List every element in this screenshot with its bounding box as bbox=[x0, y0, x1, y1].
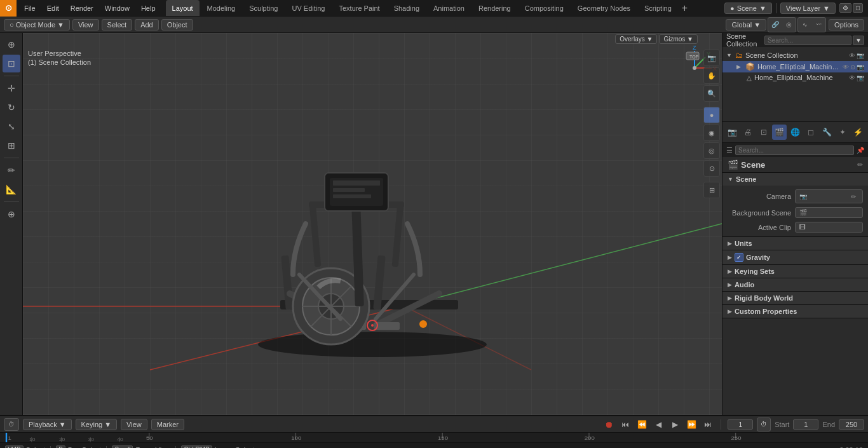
viewport-shading-solid[interactable]: ● bbox=[703, 107, 720, 123]
scene-edit-btn[interactable]: ✏ bbox=[857, 161, 863, 169]
maximize-btn[interactable]: □ bbox=[853, 3, 863, 13]
viewport-overlays-btn[interactable]: Overlays ▼ bbox=[615, 34, 657, 44]
tab-scripting[interactable]: Scripting bbox=[638, 0, 678, 16]
custom-props-toggle[interactable]: ▶ Custom Properties bbox=[722, 305, 868, 318]
props-pin-btn[interactable]: 📌 bbox=[857, 147, 864, 154]
scene-settings-btn[interactable]: ⚙ bbox=[839, 3, 851, 13]
jump-end-btn[interactable]: ⏭ bbox=[702, 418, 714, 431]
gizmo-btn[interactable]: ⊞ bbox=[703, 182, 720, 198]
move-tool[interactable]: ✛ bbox=[3, 79, 20, 97]
menu-edit[interactable]: Edit bbox=[42, 0, 64, 16]
tab-animation[interactable]: Animation bbox=[427, 0, 471, 16]
grab-btn[interactable]: ✋ bbox=[703, 67, 720, 84]
camera-edit-btn[interactable]: ✏ bbox=[848, 191, 858, 201]
rotate-tool[interactable]: ↻ bbox=[3, 98, 20, 116]
jump-start-btn[interactable]: ⏮ bbox=[619, 418, 632, 431]
tab-layout[interactable]: Layout bbox=[166, 0, 200, 16]
background-scene-value[interactable]: 🎬 bbox=[795, 207, 863, 218]
graph-btn[interactable]: 〰 bbox=[812, 18, 825, 31]
record-btn[interactable]: ⏺ bbox=[602, 418, 615, 431]
outliner-filter-btn[interactable]: ▼ bbox=[853, 36, 864, 45]
add-cube-tool[interactable]: ⊕ bbox=[3, 205, 20, 223]
tab-sculpting[interactable]: Sculpting bbox=[243, 0, 284, 16]
object-props-btn[interactable]: ◻ bbox=[804, 125, 818, 140]
viewport-gizmos-btn[interactable]: Gizmos ▼ bbox=[659, 34, 698, 44]
gravity-checkbox[interactable]: ✓ bbox=[735, 253, 743, 262]
select-icon[interactable]: ⊙ bbox=[850, 64, 855, 71]
tab-rendering[interactable]: Rendering bbox=[472, 0, 517, 16]
output-props-btn[interactable]: 🖨 bbox=[741, 125, 756, 140]
visibility-icon-2[interactable]: 👁 bbox=[843, 64, 849, 71]
scene-section-toggle[interactable]: ▼ Scene bbox=[722, 173, 868, 186]
outliner-item-machine-001[interactable]: ▶ 📦 Home_Elliptical_Machine_001 👁 ⊙ 📷 bbox=[722, 61, 868, 72]
frame-ruler[interactable]: 1 50 100 150 200 250 10 20 30 40 bbox=[0, 432, 868, 442]
select-box-tool[interactable]: ⊡ bbox=[3, 55, 20, 72]
snap-btn[interactable]: 🔗 bbox=[769, 18, 782, 31]
tab-texture-paint[interactable]: Texture Paint bbox=[332, 0, 386, 16]
step-back-btn[interactable]: ⏪ bbox=[635, 418, 648, 431]
play-reverse-btn[interactable]: ◀ bbox=[652, 418, 665, 431]
audio-toggle[interactable]: ▶ Audio bbox=[722, 278, 868, 291]
props-search-input[interactable] bbox=[735, 146, 854, 155]
camera-value[interactable]: 📷 ✏ bbox=[795, 189, 863, 203]
keying-menu[interactable]: Keying ▼ bbox=[76, 419, 118, 430]
outliner-search[interactable] bbox=[764, 36, 851, 45]
zoom-btn[interactable]: 🔍 bbox=[703, 85, 720, 102]
physics-props-btn[interactable]: ⚡ bbox=[851, 125, 865, 140]
viewport-shading-rendered[interactable]: ◎ bbox=[703, 142, 720, 159]
play-btn[interactable]: ▶ bbox=[668, 418, 681, 431]
render-icon-3[interactable]: 📷 bbox=[857, 74, 864, 81]
viewport-overlay-btn[interactable]: ⊙ bbox=[703, 160, 720, 177]
scale-tool[interactable]: ⤡ bbox=[3, 118, 20, 135]
world-props-btn[interactable]: 🌐 bbox=[788, 125, 803, 140]
render-icon[interactable]: 📷 bbox=[857, 52, 864, 59]
timeline-mode-btn[interactable]: ⏱ bbox=[4, 418, 19, 431]
marker-menu[interactable]: Marker bbox=[151, 419, 184, 430]
tab-uv-editing[interactable]: UV Editing bbox=[285, 0, 331, 16]
current-frame-input[interactable] bbox=[728, 419, 753, 430]
viewport[interactable]: User Perspective (1) Scene Collection bbox=[23, 33, 722, 415]
view-menu[interactable]: View bbox=[72, 19, 99, 31]
view-layer-selector[interactable]: View Layer ▼ bbox=[780, 3, 836, 14]
end-frame-input[interactable] bbox=[839, 419, 864, 430]
viewport-shading-material[interactable]: ◉ bbox=[703, 125, 720, 141]
tab-geometry-nodes[interactable]: Geometry Nodes bbox=[571, 0, 637, 16]
outliner-item-scene-collection[interactable]: ▼ 🗂 Scene Collection 👁 📷 bbox=[722, 50, 868, 61]
units-section-toggle[interactable]: ▶ Units bbox=[722, 237, 868, 250]
gravity-section-toggle[interactable]: ▶ ✓ Gravity bbox=[722, 250, 868, 264]
tab-shading[interactable]: Shading bbox=[388, 0, 426, 16]
proportional-btn[interactable]: ◎ bbox=[782, 18, 795, 31]
fps-btn[interactable]: ⏱ bbox=[757, 417, 771, 431]
visibility-icon[interactable]: 👁 bbox=[849, 52, 855, 59]
engine-selector[interactable]: ● Scene ▼ bbox=[724, 3, 772, 14]
playback-menu[interactable]: Playback ▼ bbox=[23, 419, 72, 430]
annotate-tool[interactable]: ✏ bbox=[3, 161, 20, 179]
render-props-btn[interactable]: 📷 bbox=[725, 125, 740, 140]
mode-selector[interactable]: ○ Object Mode ▼ bbox=[4, 19, 70, 31]
active-clip-value[interactable]: 🎞 bbox=[795, 222, 863, 233]
transform-tool[interactable]: ⊞ bbox=[3, 137, 20, 154]
camera-view-btn[interactable]: 📷 bbox=[703, 50, 720, 66]
visibility-icon-3[interactable]: 👁 bbox=[849, 74, 855, 81]
proportional-edit-btn[interactable]: ∿ bbox=[799, 18, 811, 31]
tab-compositing[interactable]: Compositing bbox=[519, 0, 570, 16]
menu-window[interactable]: Window bbox=[100, 0, 135, 16]
outliner-item-machine[interactable]: △ Home_Elliptical_Machine 👁 📷 bbox=[722, 72, 868, 83]
select-menu[interactable]: Select bbox=[102, 19, 133, 31]
rigid-body-toggle[interactable]: ▶ Rigid Body World bbox=[722, 292, 868, 304]
view-layer-props-btn[interactable]: ⊡ bbox=[757, 125, 771, 140]
scene-props-btn[interactable]: 🎬 bbox=[772, 125, 787, 140]
transform-selector[interactable]: Global ▼ bbox=[726, 19, 766, 31]
tab-add[interactable]: + bbox=[679, 0, 690, 16]
view-timeline-menu[interactable]: View bbox=[121, 419, 147, 430]
cursor-tool[interactable]: ⊕ bbox=[3, 36, 20, 53]
modifier-props-btn[interactable]: 🔧 bbox=[820, 125, 834, 140]
tab-modeling[interactable]: Modeling bbox=[201, 0, 242, 16]
step-forward-btn[interactable]: ⏩ bbox=[685, 418, 698, 431]
add-menu[interactable]: Add bbox=[135, 19, 159, 31]
menu-file[interactable]: File bbox=[19, 0, 41, 16]
menu-help[interactable]: Help bbox=[136, 0, 161, 16]
menu-render[interactable]: Render bbox=[65, 0, 98, 16]
measure-tool[interactable]: 📐 bbox=[3, 180, 20, 198]
start-frame-input[interactable] bbox=[793, 419, 818, 430]
